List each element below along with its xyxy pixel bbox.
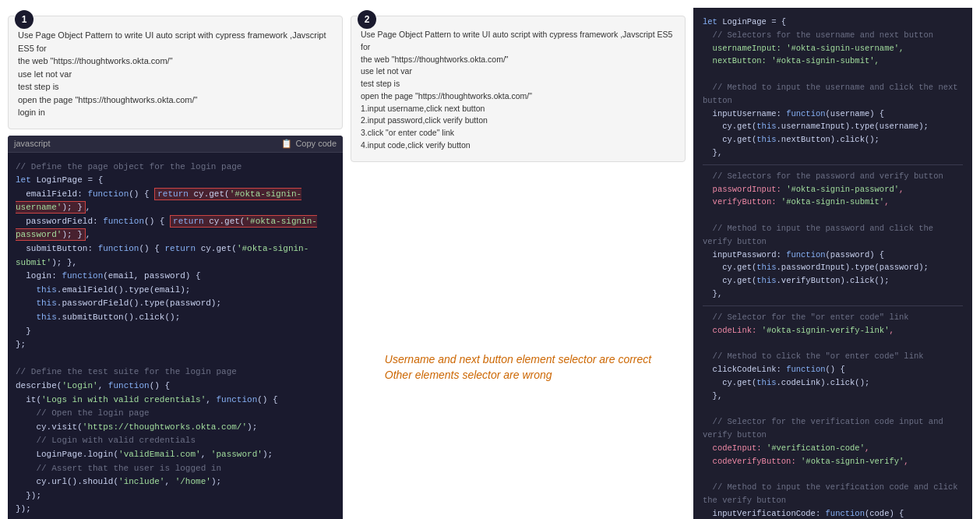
r-line-6: cy.get(this.nextButton).click(); <box>703 133 963 147</box>
code-line-14: // Open the login page <box>16 407 335 421</box>
r-line-3: nextButton: '#okta-signin-submit', <box>703 55 963 68</box>
content-area: 1 Use Page Object Pattern to write UI au… <box>0 0 980 519</box>
right-divider-1 <box>703 164 963 165</box>
r-line-20: inputVerificationCode: function(code) { <box>703 507 963 519</box>
code-line-16: // Login with valid credentials <box>16 434 335 448</box>
r-line-16: cy.get(this.codeLink).click(); <box>703 376 963 390</box>
r-comment-8: // Method to input the verification code… <box>703 481 963 507</box>
code-header: javascript 📋 Copy code <box>8 136 343 153</box>
step-1-line-4: test step is <box>18 80 333 94</box>
step-1-card: 1 Use Page Object Pattern to write UI au… <box>8 16 343 129</box>
code-line-3: emailField: function() { return cy.get('… <box>16 188 335 215</box>
r-line-13: }, <box>703 288 963 301</box>
r-blank-5 <box>703 468 963 481</box>
right-divider-2 <box>703 305 963 306</box>
r-line-8: passwordInput: '#okta-signin-password', <box>703 183 963 196</box>
left-panel: 1 Use Page Object Pattern to write UI au… <box>8 8 343 519</box>
code-comment-1: // Define the page object for the login … <box>16 161 335 175</box>
code-line-9: this.submitButton().click(); <box>16 311 335 325</box>
r-comment-6: // Method to click the "or enter code" l… <box>703 350 963 363</box>
left-code-block: javascript 📋 Copy code // Define the pag… <box>8 136 343 520</box>
step-1-line-6: login in <box>18 106 333 119</box>
middle-caption: Username and next button element selecto… <box>383 349 653 386</box>
r-line-15: clickCodeLink: function() { <box>703 363 963 376</box>
r-line-12: cy.get(this.verifyButton).click(); <box>703 274 963 288</box>
step-1-number: 1 <box>15 10 33 29</box>
r-line-19: codeVerifyButton: '#okta-signin-verify', <box>703 455 963 468</box>
r-blank-2 <box>703 209 963 222</box>
step-2-line-8: 3.click "or enter code" link <box>361 127 675 139</box>
left-code-content: // Define the page object for the login … <box>8 153 343 520</box>
step-2-content: Use Page Object Pattern to write UI auto… <box>361 29 675 152</box>
code-line-8: this.passwordField().type(password); <box>16 297 335 311</box>
code-comment-2: // Define the test suite for the login p… <box>16 365 335 380</box>
r-blank-4 <box>703 402 963 415</box>
code-line-19: cy.url().should('include', '/home'); <box>16 475 335 489</box>
r-comment-7: // Selector for the verification code in… <box>703 415 963 442</box>
code-line-4: passwordField: function() { return cy.ge… <box>16 215 335 242</box>
code-line-12: describe('Login', function() { <box>16 380 335 394</box>
code-line-20: }); <box>16 489 335 503</box>
r-line-1: let LoginPage = { <box>703 16 963 29</box>
step-2-line-4: test step is <box>361 78 675 90</box>
step-2-line-5: open the page "https://thoughtworks.okta… <box>361 90 675 103</box>
middle-panel: 2 Use Page Object Pattern to write UI au… <box>351 8 686 519</box>
r-comment-1: // Selectors for the username and next b… <box>703 29 963 42</box>
step-1-line-5: open the page "https://thoughtworks.okta… <box>18 94 333 107</box>
right-panel: let LoginPage = { // Selectors for the u… <box>693 8 972 519</box>
r-line-11: cy.get(this.passwordInput).type(password… <box>703 261 963 274</box>
r-comment-2: // Method to input the username and clic… <box>703 81 963 108</box>
code-line-10: } <box>16 325 335 339</box>
step-1-line-3: use let not var <box>18 68 333 81</box>
code-line-18: // Assert that the user is logged in <box>16 462 335 476</box>
code-language: javascript <box>14 139 50 148</box>
step-1-content: Use Page Object Pattern to write UI auto… <box>18 29 333 119</box>
step-2-card: 2 Use Page Object Pattern to write UI au… <box>351 16 686 162</box>
step-1-line-2: the web "https://thoughtworks.okta.com/" <box>18 55 333 68</box>
code-line-21: }); <box>16 503 335 517</box>
r-line-5: cy.get(this.usernameInput).type(username… <box>703 120 963 133</box>
code-line-13: it('Logs in with valid credentials', fun… <box>16 394 335 408</box>
r-line-4: inputUsername: function(username) { <box>703 108 963 121</box>
r-blank-3 <box>703 337 963 350</box>
code-line-7: this.emailField().type(email); <box>16 284 335 298</box>
code-line-5: submitButton: function() { return cy.get… <box>16 242 335 270</box>
step-2-line-9: 4.input code,click verify button <box>361 139 675 152</box>
code-line-2: let LoginPage = { <box>16 174 335 188</box>
code-line-15: cy.visit('https://thoughtworks.okta.com/… <box>16 421 335 435</box>
r-line-14: codeLink: '#okta-signin-verify-link', <box>703 324 963 337</box>
r-line-18: codeInput: '#verification-code', <box>703 442 963 455</box>
step-2-line-1: Use Page Object Pattern to write UI auto… <box>361 29 675 54</box>
r-blank-1 <box>703 68 963 81</box>
right-code-content: let LoginPage = { // Selectors for the u… <box>693 8 972 519</box>
main-container: 1 Use Page Object Pattern to write UI au… <box>0 0 980 519</box>
r-comment-5: // Selector for the "or enter code" link <box>703 311 963 324</box>
code-line-11: }; <box>16 338 335 352</box>
r-line-10: inputPassword: function(password) { <box>703 249 963 262</box>
step-1-line-1: Use Page Object Pattern to write UI auto… <box>18 29 333 55</box>
step-2-line-6: 1.input username,click next button <box>361 103 675 115</box>
middle-caption-line1: Username and next button element selecto… <box>385 352 651 368</box>
r-line-9: verifyButton: '#okta-signin-submit', <box>703 196 963 209</box>
r-line-17: }, <box>703 390 963 403</box>
code-line-17: LoginPage.login('validEmail.com', 'passw… <box>16 448 335 462</box>
step-2-line-3: use let not var <box>361 65 675 78</box>
code-line-blank <box>16 352 335 366</box>
step-2-line-2: the web "https://thoughtworks.okta.com/" <box>361 54 675 66</box>
r-line-7: }, <box>703 147 963 160</box>
code-line-6: login: function(email, password) { <box>16 270 335 284</box>
middle-caption-line2: Other elements selector are wrong <box>385 368 651 383</box>
step-2-line-7: 2.input password,click verify button <box>361 115 675 127</box>
r-comment-4: // Method to input the password and clic… <box>703 222 963 249</box>
r-line-2: usernameInput: '#okta-signin-username', <box>703 42 963 55</box>
r-comment-3: // Selectors for the password and verify… <box>703 170 963 183</box>
copy-button[interactable]: 📋 Copy code <box>281 139 337 149</box>
step-2-number: 2 <box>358 10 376 29</box>
